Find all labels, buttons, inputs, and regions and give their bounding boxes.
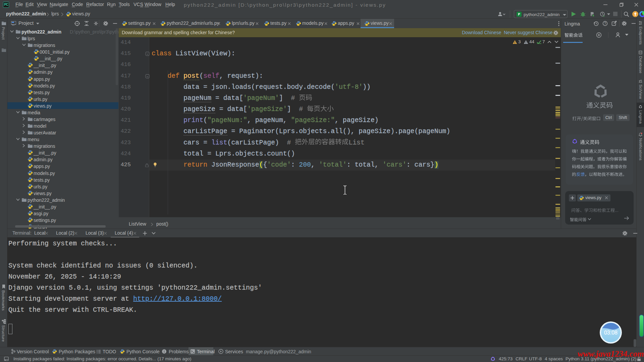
svg-text:?: ?	[604, 22, 606, 25]
svg-text:03:08: 03:08	[604, 330, 618, 336]
